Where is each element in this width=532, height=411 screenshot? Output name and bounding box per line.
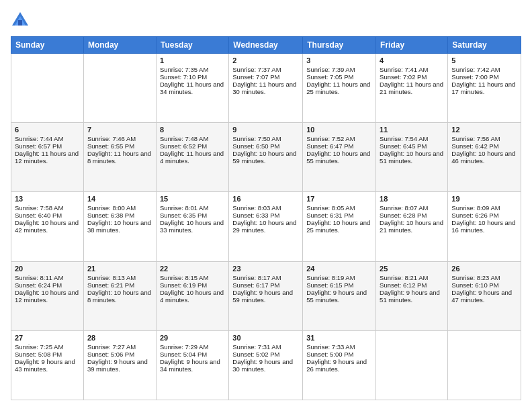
cell-info: Daylight: 9 hours and 59 minutes. [232, 289, 299, 304]
cell-info: Sunrise: 7:37 AM [232, 66, 299, 73]
cell-info: Daylight: 11 hours and 8 minutes. [87, 150, 152, 165]
calendar-cell: 9Sunrise: 7:50 AMSunset: 6:50 PMDaylight… [229, 123, 303, 192]
day-header: Tuesday [156, 37, 228, 54]
day-header: Saturday [448, 37, 521, 54]
calendar-cell: 12Sunrise: 7:56 AMSunset: 6:42 PMDayligh… [448, 123, 521, 192]
day-number: 31 [306, 334, 372, 342]
calendar-cell: 3Sunrise: 7:39 AMSunset: 7:05 PMDaylight… [303, 54, 376, 123]
logo-icon [11, 11, 30, 30]
cell-info: Daylight: 9 hours and 30 minutes. [232, 358, 299, 373]
cell-info: Sunset: 6:45 PM [380, 142, 444, 150]
cell-info: Sunset: 6:57 PM [15, 142, 80, 150]
cell-info: Daylight: 10 hours and 51 minutes. [380, 150, 444, 165]
cell-info: Sunrise: 8:17 AM [232, 274, 299, 281]
cell-info: Daylight: 9 hours and 51 minutes. [380, 289, 444, 304]
calendar-cell: 14Sunrise: 8:00 AMSunset: 6:38 PMDayligh… [83, 192, 156, 261]
calendar-cell: 31Sunrise: 7:33 AMSunset: 5:00 PMDayligh… [303, 330, 376, 400]
day-header: Thursday [303, 37, 376, 54]
calendar-cell: 20Sunrise: 8:11 AMSunset: 6:24 PMDayligh… [11, 261, 84, 330]
day-number: 16 [232, 195, 299, 203]
calendar-cell: 18Sunrise: 8:07 AMSunset: 6:28 PMDayligh… [376, 192, 448, 261]
day-number: 28 [87, 334, 152, 342]
cell-info: Daylight: 10 hours and 55 minutes. [306, 150, 372, 165]
cell-info: Sunrise: 8:23 AM [451, 274, 517, 281]
calendar-cell: 8Sunrise: 7:48 AMSunset: 6:52 PMDaylight… [156, 123, 228, 192]
cell-info: Sunset: 5:08 PM [15, 351, 80, 358]
day-number: 5 [451, 56, 517, 64]
day-number: 8 [160, 126, 225, 134]
calendar-cell: 23Sunrise: 8:17 AMSunset: 6:17 PMDayligh… [229, 261, 303, 330]
cell-info: Sunrise: 8:13 AM [87, 274, 152, 281]
cell-info: Sunset: 6:42 PM [451, 142, 517, 150]
calendar-cell [448, 330, 521, 400]
calendar-cell: 27Sunrise: 7:25 AMSunset: 5:08 PMDayligh… [11, 330, 84, 400]
cell-info: Daylight: 10 hours and 29 minutes. [232, 219, 299, 234]
cell-info: Sunset: 5:06 PM [87, 351, 152, 358]
day-number: 29 [160, 334, 225, 342]
cell-info: Sunset: 7:07 PM [232, 73, 299, 81]
cell-info: Daylight: 11 hours and 4 minutes. [160, 150, 225, 165]
cell-info: Daylight: 9 hours and 26 minutes. [306, 358, 372, 373]
cell-info: Daylight: 9 hours and 39 minutes. [87, 358, 152, 373]
day-number: 15 [160, 195, 225, 203]
calendar-cell: 11Sunrise: 7:54 AMSunset: 6:45 PMDayligh… [376, 123, 448, 192]
day-number: 19 [451, 195, 517, 203]
cell-info: Daylight: 10 hours and 42 minutes. [15, 219, 80, 234]
cell-info: Daylight: 11 hours and 30 minutes. [232, 81, 299, 95]
cell-info: Sunrise: 7:35 AM [160, 66, 225, 73]
calendar-cell [11, 54, 84, 123]
cell-info: Sunrise: 7:41 AM [380, 66, 444, 73]
cell-info: Daylight: 11 hours and 34 minutes. [160, 81, 225, 95]
cell-info: Sunrise: 8:11 AM [15, 274, 80, 281]
cell-info: Daylight: 9 hours and 55 minutes. [306, 289, 372, 304]
cell-info: Sunset: 6:24 PM [15, 281, 80, 289]
cell-info: Sunrise: 8:19 AM [306, 274, 372, 281]
cell-info: Sunset: 6:50 PM [232, 142, 299, 150]
day-number: 26 [451, 265, 517, 273]
calendar-cell: 30Sunrise: 7:31 AMSunset: 5:02 PMDayligh… [229, 330, 303, 400]
day-number: 22 [160, 265, 225, 273]
cell-info: Daylight: 10 hours and 21 minutes. [380, 219, 444, 234]
cell-info: Sunset: 6:40 PM [15, 212, 80, 219]
cell-info: Sunrise: 8:05 AM [306, 204, 372, 212]
logo [11, 11, 32, 30]
day-number: 3 [306, 56, 372, 64]
cell-info: Sunrise: 8:09 AM [451, 204, 517, 212]
cell-info: Sunset: 6:28 PM [380, 212, 444, 219]
cell-info: Daylight: 11 hours and 17 minutes. [451, 81, 517, 95]
cell-info: Sunrise: 8:00 AM [87, 204, 152, 212]
day-number: 10 [306, 126, 372, 134]
svg-rect-2 [18, 20, 22, 26]
cell-info: Sunrise: 7:50 AM [232, 135, 299, 142]
calendar-cell: 10Sunrise: 7:52 AMSunset: 6:47 PMDayligh… [303, 123, 376, 192]
cell-info: Sunset: 7:02 PM [380, 73, 444, 81]
calendar-cell: 17Sunrise: 8:05 AMSunset: 6:31 PMDayligh… [303, 192, 376, 261]
cell-info: Sunset: 6:15 PM [306, 281, 372, 289]
cell-info: Daylight: 11 hours and 25 minutes. [306, 81, 372, 95]
calendar-week: 6Sunrise: 7:44 AMSunset: 6:57 PMDaylight… [11, 123, 521, 192]
cell-info: Daylight: 10 hours and 33 minutes. [160, 219, 225, 234]
day-number: 1 [160, 56, 225, 64]
cell-info: Sunrise: 7:48 AM [160, 135, 225, 142]
cell-info: Sunrise: 7:54 AM [380, 135, 444, 142]
cell-info: Sunset: 6:12 PM [380, 281, 444, 289]
cell-info: Daylight: 10 hours and 46 minutes. [451, 150, 517, 165]
cell-info: Sunset: 5:02 PM [232, 351, 299, 358]
calendar-week: 1Sunrise: 7:35 AMSunset: 7:10 PMDaylight… [11, 54, 521, 123]
cell-info: Sunrise: 7:52 AM [306, 135, 372, 142]
cell-info: Sunrise: 7:31 AM [232, 343, 299, 351]
cell-info: Sunrise: 7:29 AM [160, 343, 225, 351]
day-number: 6 [15, 126, 80, 134]
cell-info: Sunrise: 7:56 AM [451, 135, 517, 142]
day-number: 25 [380, 265, 444, 273]
cell-info: Daylight: 11 hours and 12 minutes. [15, 150, 80, 165]
cell-info: Daylight: 10 hours and 16 minutes. [451, 219, 517, 234]
day-header: Sunday [11, 37, 84, 54]
calendar-cell: 13Sunrise: 7:58 AMSunset: 6:40 PMDayligh… [11, 192, 84, 261]
day-number: 24 [306, 265, 372, 273]
cell-info: Daylight: 10 hours and 12 minutes. [15, 289, 80, 304]
calendar-cell: 25Sunrise: 8:21 AMSunset: 6:12 PMDayligh… [376, 261, 448, 330]
day-number: 13 [15, 195, 80, 203]
day-number: 30 [232, 334, 299, 342]
day-number: 14 [87, 195, 152, 203]
